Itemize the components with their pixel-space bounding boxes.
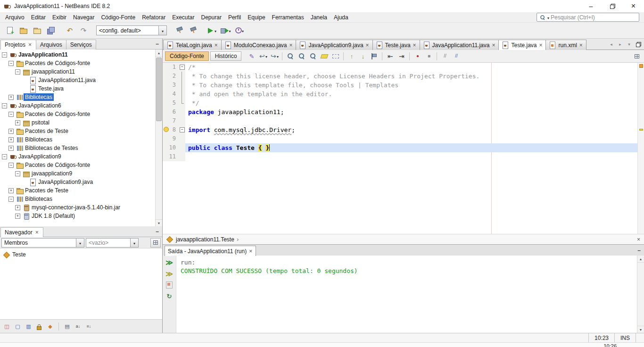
editor-tab-run-xml[interactable]: run.xml	[545, 40, 586, 50]
show-public-members-button[interactable]	[35, 322, 44, 331]
fold-marker[interactable]	[179, 125, 185, 134]
project-tree[interactable]: JavaApplication11Pacotes de Códigos-font…	[0, 50, 162, 226]
undo-button[interactable]: ↶	[64, 25, 76, 37]
close-tab-icon[interactable]	[248, 248, 253, 255]
minimize-panel-icon[interactable]	[156, 228, 159, 235]
tree-item-javaapplication11[interactable]: javaapplication11	[0, 67, 162, 76]
menu-executar[interactable]: Executar	[169, 13, 198, 22]
close-tab-icon[interactable]	[28, 41, 32, 48]
find-previous-occurrence-button[interactable]	[296, 51, 307, 61]
code-text[interactable]: public class Teste { }	[185, 143, 637, 152]
warning-mark-icon[interactable]	[639, 129, 643, 131]
scroll-tabs-right-button[interactable]	[616, 40, 624, 48]
menu-navegar[interactable]: Navegar	[70, 13, 98, 22]
expand-toggle[interactable]	[8, 129, 14, 134]
code-line-9[interactable]: 9	[163, 134, 637, 143]
rectangular-selection-button[interactable]	[330, 51, 341, 61]
tree-item-teste-java[interactable]: Teste.java	[0, 84, 162, 93]
code-text[interactable]: import com.mysql.jdbc.Driver;	[185, 125, 637, 134]
code-line-10[interactable]: 10public class Teste { }	[163, 143, 637, 152]
line-number[interactable]: 2	[163, 72, 179, 81]
close-button[interactable]	[623, 0, 644, 12]
menu-codigo-fonte[interactable]: Código-Fonte	[98, 13, 139, 22]
build-button[interactable]	[173, 25, 186, 37]
line-number[interactable]: 10	[163, 143, 179, 152]
output-tab[interactable]: Saída - JavaApplication11 (run)	[165, 246, 256, 256]
panel-tab-projetos[interactable]: Projetos	[0, 40, 36, 50]
run-button[interactable]	[206, 25, 218, 37]
code-line-5[interactable]: 5 */	[163, 99, 637, 107]
expand-toggle[interactable]	[2, 52, 7, 58]
code-line-8[interactable]: 8import com.mysql.jdbc.Driver;	[163, 125, 637, 134]
expand-toggle[interactable]	[15, 69, 20, 74]
tree-item-psitotal[interactable]: psitotal	[0, 118, 162, 127]
tree-item-javaapplication11[interactable]: JavaApplication11	[0, 50, 162, 59]
new-project-button[interactable]	[17, 25, 30, 37]
back-button[interactable]: ↩	[257, 51, 268, 61]
tree-view-button[interactable]: ▤	[63, 322, 72, 331]
fold-marker[interactable]	[179, 90, 185, 99]
expand-toggle[interactable]	[8, 197, 14, 202]
expand-toggle[interactable]	[8, 112, 14, 117]
tree-item-javaapplication11-java[interactable]: JavaApplication11.java	[0, 76, 162, 84]
fold-marker[interactable]	[179, 72, 185, 81]
minimize-panel-icon[interactable]	[637, 247, 641, 254]
sort-alphabetically-button[interactable]: a↓	[74, 322, 83, 331]
quick-search-box[interactable]	[537, 13, 639, 22]
tree-item-javaapplication6[interactable]: JavaApplication6	[0, 101, 162, 110]
start-macro-recording-button[interactable]: ●	[412, 51, 423, 61]
view-button-historico[interactable]: Histórico	[210, 51, 242, 61]
uncomment-button[interactable]: //	[451, 51, 462, 61]
toggle-bookmark-button[interactable]	[369, 51, 380, 61]
menu-editar[interactable]: Editar	[28, 13, 49, 22]
expand-toggle[interactable]	[8, 137, 14, 142]
editor-tab-javaapplication11-java[interactable]: JavaApplication11.java	[420, 40, 499, 50]
line-number[interactable]: 1	[163, 63, 179, 72]
close-tab-icon[interactable]	[491, 42, 495, 49]
code-line-11[interactable]: 11	[163, 152, 637, 161]
code-text[interactable]: * To change this license header, choose …	[185, 72, 637, 81]
editor-tab-telalogin-java[interactable]: TelaLogin.java	[163, 40, 222, 50]
line-number[interactable]: 11	[163, 152, 179, 161]
tree-item-bibliotecas[interactable]: Bibliotecas	[0, 195, 162, 203]
scroll-up-icon[interactable]	[637, 256, 644, 263]
code-text[interactable]: * To change this template file, choose T…	[185, 81, 637, 90]
line-number[interactable]: 7	[163, 116, 179, 125]
close-tab-icon[interactable]	[413, 42, 417, 49]
last-edited-position-button[interactable]: ✎	[246, 51, 257, 61]
rerun-modified-button[interactable]: ≫	[165, 269, 174, 278]
close-tab-icon[interactable]	[579, 42, 583, 49]
code-text[interactable]	[185, 134, 637, 143]
line-number[interactable]: 4	[163, 90, 179, 99]
tree-item-javaapplication9-java[interactable]: JavaApplication9.java	[0, 178, 162, 186]
code-text[interactable]: /*	[185, 63, 637, 72]
expand-toggle[interactable]	[15, 171, 20, 176]
expand-toggle[interactable]	[8, 95, 14, 100]
menu-exibir[interactable]: Exibir	[49, 13, 70, 22]
panel-tab-servicos[interactable]: Serviços	[66, 40, 96, 50]
line-number[interactable]: 6	[163, 107, 179, 116]
minimize-panel-icon[interactable]	[156, 41, 159, 47]
output-scrollbar[interactable]	[637, 256, 644, 333]
comment-button[interactable]: //	[439, 51, 450, 61]
save-all-button[interactable]	[45, 25, 57, 37]
code-line-1[interactable]: 1/*	[163, 63, 637, 72]
forward-button[interactable]: ↪	[269, 51, 280, 61]
previous-bookmark-button[interactable]: ↑	[346, 51, 357, 61]
close-tab-icon[interactable]	[214, 42, 218, 49]
expand-toggle[interactable]	[15, 214, 20, 219]
toggle-search-highlight-button[interactable]	[319, 51, 330, 61]
editor-tab-teste-java[interactable]: Teste.java	[372, 40, 420, 50]
code-text[interactable]: */	[185, 99, 637, 107]
expand-toggle[interactable]	[15, 205, 20, 210]
expand-toggle[interactable]	[2, 154, 7, 159]
members-filter-select[interactable]: Membros	[1, 238, 84, 248]
scrollbar-thumb[interactable]	[156, 58, 162, 121]
code-line-4[interactable]: 4 * and open the template in the editor.	[163, 90, 637, 99]
config-select[interactable]: <config. default>	[96, 25, 167, 35]
fold-marker[interactable]	[179, 81, 185, 90]
tree-item-bibliotecas[interactable]: Bibliotecas	[0, 135, 162, 144]
expand-toggle[interactable]	[15, 120, 20, 125]
menu-refatorar[interactable]: Refatorar	[139, 13, 169, 22]
code-text[interactable]	[185, 116, 637, 125]
